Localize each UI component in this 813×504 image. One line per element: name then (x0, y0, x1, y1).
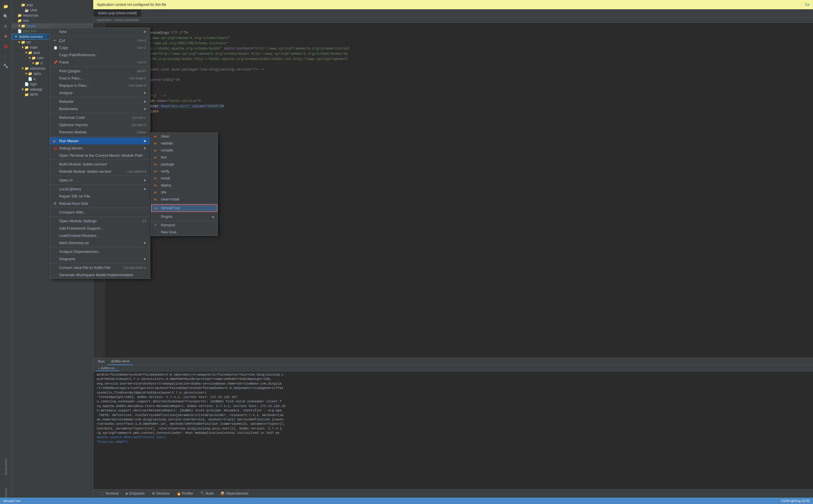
menu-item-diagrams[interactable]: Diagrams ▶ (50, 255, 150, 262)
menu-label: Optimize Imports (59, 123, 131, 127)
folder-icon: 📁 (17, 13, 22, 17)
profiler-icon: 🔥 (177, 491, 181, 496)
menu-item-open-terminal[interactable]: Open Terminal at the Current Maven Modul… (50, 152, 150, 159)
menu-item-find-in-files[interactable]: Find in Files... Ctrl+Shift+F (50, 75, 150, 82)
notification-action[interactable]: Co (805, 3, 810, 7)
menu-item-analyze[interactable]: Analyze ▶ (50, 89, 150, 96)
tree-item[interactable]: 📁 test (12, 18, 93, 23)
menu-item-replace-in-files[interactable]: Replace in Files... Ctrl+Shift+R (50, 82, 150, 89)
left-sidebar: 📁 🔍 ⚙ ■ 🐞 ↑ 🔧 Bookmarks Structure (0, 0, 12, 504)
menu-item-mark-directory[interactable]: Mark Directory as ▶ (50, 239, 150, 246)
submenu-item-compile[interactable]: m compile (151, 147, 217, 154)
menu-arrow: ▶ (144, 107, 146, 111)
submenu-item-plugins[interactable]: Plugins ▶ (151, 213, 217, 220)
submenu-item-reimport[interactable]: ↺ Reimport (151, 222, 217, 229)
tree-label: sprin (34, 72, 41, 76)
submenu-item-clean-install[interactable]: m clean install (151, 196, 217, 203)
toolbar-btn-endpoints[interactable]: ◈ Endpoints (122, 491, 147, 496)
menu-item-remove-module[interactable]: Remove Module Delete (50, 128, 150, 136)
menu-item-refactor[interactable]: Refactor ▶ (50, 98, 150, 105)
left-icon-find[interactable]: 🔍 (2, 12, 10, 20)
menu-item-open-in[interactable]: Open In ▶ (50, 177, 150, 184)
submenu-item-deploy[interactable]: m deploy (151, 182, 217, 189)
menu-item-run-maven[interactable]: ▶ Run Maven ▶ (50, 137, 150, 144)
submenu-item-install[interactable]: m install (151, 175, 217, 182)
menu-item-build-module[interactable]: Build Module 'dubbo-service' (50, 161, 150, 168)
folder-icon: ▼📁 (28, 56, 36, 60)
menu-shortcut: Ctrl+Alt+Shift+K (123, 266, 146, 269)
run-tab-label: dubbo-servi (111, 359, 129, 363)
menu-label: Open In (59, 178, 144, 182)
left-icon-vcs[interactable]: ↑ (2, 52, 10, 60)
menu-item-debug-maven[interactable]: 🐞 Debug Maven ▶ (50, 144, 150, 152)
menu-item-analyze-deps[interactable]: Analyze Dependencies... (50, 248, 150, 255)
left-icon-project[interactable]: 📁 (2, 2, 10, 10)
menu-item-add-framework[interactable]: Add Framework Support... (50, 225, 150, 232)
menu-item-reload-disk[interactable]: ↺ Reload from Disk (50, 200, 150, 207)
toolbar-btn-services[interactable]: ⚙ Services (149, 491, 172, 496)
menu-item-cut[interactable]: ✂ Cut Ctrl+X (50, 37, 150, 44)
run-sub-tab[interactable]: ● dubbo-se... (96, 365, 119, 371)
dependencies-label: Dependencies (226, 491, 248, 496)
menu-shortcut: Ctrl+Alt+O (131, 123, 146, 127)
menu-item-generate-workspace[interactable]: Generate Workspace Model Implementation (50, 271, 150, 279)
services-icon: ⚙ (152, 491, 155, 496)
menu-item-convert-kotlin[interactable]: Convert Java File to Kotlin File Ctrl+Al… (50, 264, 150, 271)
log-line: o.remoting.zookeeper.support.AbstractZoo… (97, 399, 810, 404)
submenu-item-verify[interactable]: m verify (151, 168, 217, 175)
submenu-item-new-goal[interactable]: New Goal... (151, 229, 217, 236)
menu-shortcut: Ctrl+C (137, 46, 146, 50)
menu-label: Copy (59, 45, 137, 50)
menu-item-bookmarks[interactable]: Bookmarks ▶ (50, 105, 150, 112)
tree-item[interactable]: 📁 pojo (12, 2, 93, 8)
menu-item-repair-ide[interactable]: Repair IDE on File (50, 193, 150, 200)
toolbar-btn-terminal[interactable]: ⬛ Terminal (97, 491, 121, 496)
left-icon-settings[interactable]: ⚙ (2, 22, 10, 30)
menu-item-paste[interactable]: 📌 Paste Ctrl+V (50, 59, 150, 66)
folder-icon: ▼📁 (24, 51, 32, 55)
menu-item-local-history[interactable]: Local History ▶ (50, 185, 150, 193)
menu-item-rebuild-module[interactable]: Rebuild Module 'dubbo-service' Ctrl+Shif… (50, 168, 150, 175)
menu-item-optimize-imports[interactable]: Optimize Imports Ctrl+Alt+O (50, 121, 150, 128)
tree-label: main (30, 45, 38, 50)
editor-tab-active[interactable]: dubbo-pojo [clean,install] (93, 9, 142, 17)
toolbar-btn-build[interactable]: 🔨 Build (197, 491, 216, 496)
menu-label: Cut (59, 38, 137, 43)
maven-icon: m (154, 177, 159, 180)
toolbar-btn-dependencies[interactable]: 📦 Dependencies (217, 491, 251, 496)
menu-shortcut: Ctrl+X (137, 39, 146, 42)
submenu-label: validate (161, 141, 214, 145)
menu-item-reformat[interactable]: Reformat Code Ctrl+Alt+L (50, 114, 150, 121)
run-tab-dubbo[interactable]: dubbo-servi (108, 358, 133, 365)
submenu-label: test (161, 155, 214, 159)
menu-item-new[interactable]: New ▶ (50, 28, 150, 35)
menu-item-load-unload[interactable]: Load/Unload Modules... (50, 232, 150, 239)
menu-separator (50, 208, 150, 208)
menu-label: Paste (59, 60, 137, 64)
toolbar-btn-profiler[interactable]: 🔥 Profiler (174, 491, 196, 496)
maven-icon: m (154, 156, 159, 159)
menu-label: Compare With... (59, 210, 146, 214)
left-icon-tools[interactable]: 🔧 (2, 62, 10, 70)
left-icon-debug[interactable]: 🐞 (2, 42, 10, 50)
submenu-item-clean[interactable]: m clean (151, 133, 217, 140)
submenu-item-tomcat7-run[interactable]: m tomcat7:run (151, 204, 217, 212)
menu-item-copy-path[interactable]: Copy Path/Reference... (50, 51, 150, 59)
tree-item[interactable]: 📁 resources (12, 13, 93, 18)
menu-label: Rebuild Module 'dubbo-service' (59, 169, 127, 174)
left-icon-run[interactable]: ■ (2, 32, 10, 40)
menu-arrow: ▶ (144, 100, 146, 103)
menu-item-find-usages[interactable]: Find Usages Alt+F7 (50, 67, 150, 75)
submenu-item-test[interactable]: m test (151, 154, 217, 161)
left-icon-structure[interactable]: Structure (2, 490, 10, 498)
tree-item[interactable]: ☕ User (12, 8, 93, 13)
submenu-item-validate[interactable]: m validate (151, 140, 217, 147)
menu-item-copy[interactable]: 📋 Copy Ctrl+C (50, 44, 150, 51)
submenu-item-site[interactable]: m site (151, 189, 217, 196)
menu-label: Analyze (59, 91, 144, 95)
left-icon-bookmarks[interactable]: Bookmarks (2, 463, 10, 471)
menu-item-open-module-settings[interactable]: Open Module Settings F4 (50, 217, 150, 225)
submenu-item-package[interactable]: m package (151, 161, 217, 168)
menu-item-compare-with[interactable]: Compare With... (50, 209, 150, 216)
editor-area: Application context not configured for t… (93, 0, 813, 498)
